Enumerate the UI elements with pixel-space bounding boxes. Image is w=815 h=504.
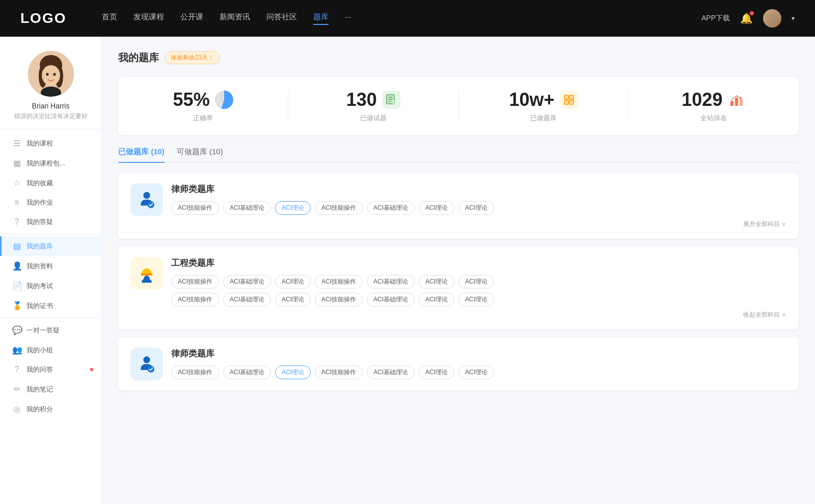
profile-icon: 👤: [12, 261, 21, 271]
svg-point-25: [740, 97, 742, 99]
page-header: 我的题库 体验剩余23天！: [118, 51, 799, 65]
tab-done-banks[interactable]: 已做题库 (10): [118, 147, 165, 162]
sidebar-item-points[interactable]: ◎ 我的积分: [0, 399, 101, 419]
groups-icon: 👥: [12, 345, 21, 355]
sidebar-item-my-qa[interactable]: ? 我的问答: [0, 360, 101, 379]
package-icon: ▦: [12, 158, 21, 168]
qbank-engineer1-extra-tag-6[interactable]: ACI理论: [458, 293, 494, 306]
qbank-card-lawyer1: 律师类题库 ACI技能操作 ACI基础理论 ACI理论 ACI技能操作 ACI基…: [118, 173, 799, 239]
qbank-lawyer1-info: 律师类题库 ACI技能操作 ACI基础理论 ACI理论 ACI技能操作 ACI基…: [171, 183, 786, 215]
qbank-lawyer1-tag-5[interactable]: ACI理论: [419, 201, 454, 215]
qbank-lawyer2-tag-3[interactable]: ACI技能操作: [315, 366, 363, 379]
sidebar-item-tutoring[interactable]: 💬 一对一答疑: [0, 320, 101, 340]
qbank-lawyer2-tag-0[interactable]: ACI技能操作: [171, 366, 219, 379]
qbank-lawyer1-tag-2[interactable]: ACI理论: [275, 201, 311, 215]
my-qa-icon: ?: [12, 365, 21, 374]
qbank-engineer1-extra-tag-1[interactable]: ACI基础理论: [223, 293, 271, 306]
qbank-engineer1-collapse-link[interactable]: 收起全部科目 ∧: [743, 311, 786, 319]
qbank-engineer1-tag-4[interactable]: ACI基础理论: [367, 275, 415, 289]
qbank-lawyer1-name: 律师类题库: [171, 183, 786, 195]
qbank-engineer1-extra-tag-3[interactable]: ACI技能操作: [315, 293, 363, 306]
pie-chart-visual: [215, 91, 233, 109]
qbank-engineer1-extra-tag-4[interactable]: ACI基础理论: [367, 293, 415, 306]
qbank-lawyer2-header: 律师类题库 ACI技能操作 ACI基础理论 ACI理论 ACI技能操作 ACI基…: [130, 348, 786, 380]
stat-done-banks: 10w+ 已做题库: [459, 89, 629, 123]
qbank-lawyer2-tag-6[interactable]: ACI理论: [458, 366, 494, 379]
sidebar-item-my-courses[interactable]: ☰ 我的课程: [0, 133, 101, 153]
stat-correct-rate-top: 55%: [173, 89, 233, 110]
sidebar-item-notes[interactable]: ✏ 我的笔记: [0, 379, 101, 399]
stat-site-ranking-value: 1029: [682, 89, 722, 110]
qbank-engineer1-tag-1[interactable]: ACI基础理论: [223, 275, 271, 289]
sidebar-item-course-packages[interactable]: ▦ 我的课程包...: [0, 153, 101, 173]
svg-rect-18: [564, 100, 568, 104]
sidebar-item-qbank[interactable]: ▤ 我的题库: [0, 236, 101, 256]
qbank-lawyer1-tag-3[interactable]: ACI技能操作: [315, 201, 363, 215]
qbank-lawyer2-tag-1[interactable]: ACI基础理论: [223, 366, 271, 379]
qbank-lawyer1-tag-4[interactable]: ACI基础理论: [367, 201, 415, 215]
star-icon: ☆: [12, 178, 21, 188]
sidebar-item-favorites[interactable]: ☆ 我的收藏: [0, 173, 101, 193]
qbank-lawyer2-tag-2[interactable]: ACI理论: [275, 366, 311, 379]
qbank-lawyer1-tag-6[interactable]: ACI理论: [458, 201, 494, 215]
qbank-engineer1-tag-0[interactable]: ACI技能操作: [171, 275, 219, 289]
sidebar-item-homework[interactable]: ≡ 我的作业: [0, 193, 101, 212]
qbank-lawyer1-tags: ACI技能操作 ACI基础理论 ACI理论 ACI技能操作 ACI基础理论 AC…: [171, 201, 786, 215]
nav-opencourse[interactable]: 公开课: [180, 12, 203, 25]
menu-divider-2: [0, 318, 101, 318]
qbank-lawyer1-tag-0[interactable]: ACI技能操作: [171, 201, 219, 215]
ranking-stat-icon: [727, 91, 746, 109]
qbank-lawyer1-icon: [130, 183, 163, 216]
svg-point-6: [53, 73, 56, 76]
qa-notification-dot: [90, 368, 93, 371]
sidebar-item-qa[interactable]: ? 我的答疑: [0, 212, 101, 232]
qbank-engineer1-extra-tag-5[interactable]: ACI理论: [419, 293, 454, 306]
sidebar-item-exam-label: 我的考试: [26, 282, 53, 291]
qbank-engineer1-tag-2[interactable]: ACI理论: [275, 275, 311, 289]
stat-done-banks-value: 10w+: [509, 89, 555, 110]
sidebar-item-profile[interactable]: 👤 我的资料: [0, 256, 101, 276]
exam-icon: 📄: [12, 281, 21, 291]
qbank-lawyer2-tag-4[interactable]: ACI基础理论: [367, 366, 415, 379]
sidebar-item-exam[interactable]: 📄 我的考试: [0, 276, 101, 296]
tutoring-icon: 💬: [12, 325, 21, 335]
main-content: 我的题库 体验剩余23天！ 55% 正确率 130: [102, 37, 815, 504]
sidebar-menu: ☰ 我的课程 ▦ 我的课程包... ☆ 我的收藏 ≡ 我的作业 ? 我的答疑 ▤: [0, 129, 101, 423]
homework-icon: ≡: [12, 198, 21, 207]
tab-available-banks[interactable]: 可做题库 (10): [177, 147, 223, 162]
avatar[interactable]: [763, 9, 781, 27]
nav-news[interactable]: 新闻资讯: [220, 12, 250, 25]
nav-qa[interactable]: 问答社区: [266, 12, 297, 25]
svg-rect-28: [141, 273, 152, 275]
qbank-engineer1-extra-tag-2[interactable]: ACI理论: [275, 293, 311, 306]
qbank-engineer1-extra-tag-0[interactable]: ACI技能操作: [171, 293, 219, 306]
sidebar-item-certificate-label: 我的证书: [26, 301, 53, 311]
avatar-dropdown-icon[interactable]: ▾: [792, 15, 795, 22]
nav-home[interactable]: 首页: [102, 12, 117, 25]
nav-more[interactable]: ···: [345, 12, 351, 25]
qbank-lawyer2-tag-5[interactable]: ACI理论: [419, 366, 454, 379]
sidebar-item-groups[interactable]: 👥 我的小组: [0, 340, 101, 360]
sidebar-item-my-qa-label: 我的问答: [26, 365, 53, 374]
qbank-engineer1-name: 工程类题库: [171, 257, 786, 269]
app-download-button[interactable]: APP下载: [701, 14, 730, 23]
qbank-engineer1-tag-5[interactable]: ACI理论: [419, 275, 454, 289]
qbank-engineer1-tag-6[interactable]: ACI理论: [458, 275, 494, 289]
qbank-engineer1-icon: [130, 257, 163, 290]
sidebar-item-groups-label: 我的小组: [26, 346, 53, 355]
sidebar-item-homework-label: 我的作业: [26, 198, 53, 207]
page-title: 我的题库: [118, 51, 159, 65]
qbank-lawyer1-tag-1[interactable]: ACI基础理论: [223, 201, 271, 215]
notification-bell[interactable]: 🔔: [740, 12, 753, 24]
nav-discover[interactable]: 发现课程: [133, 12, 164, 25]
stat-done-questions-top: 130: [346, 89, 400, 110]
profile-motto: 错误的决定比没有决定要好: [14, 112, 88, 121]
notes-stat-icon: [382, 91, 400, 109]
qbank-lawyer1-expand-link[interactable]: 展开全部科目 ∨: [743, 220, 786, 229]
nav-qbank[interactable]: 题库: [313, 12, 329, 25]
qbank-engineer1-tag-3[interactable]: ACI技能操作: [315, 275, 363, 289]
sidebar-item-certificate[interactable]: 🏅 我的证书: [0, 296, 101, 316]
profile-avatar-image: [28, 51, 74, 97]
svg-point-27: [148, 201, 154, 208]
profile-avatar-container: [28, 51, 74, 97]
